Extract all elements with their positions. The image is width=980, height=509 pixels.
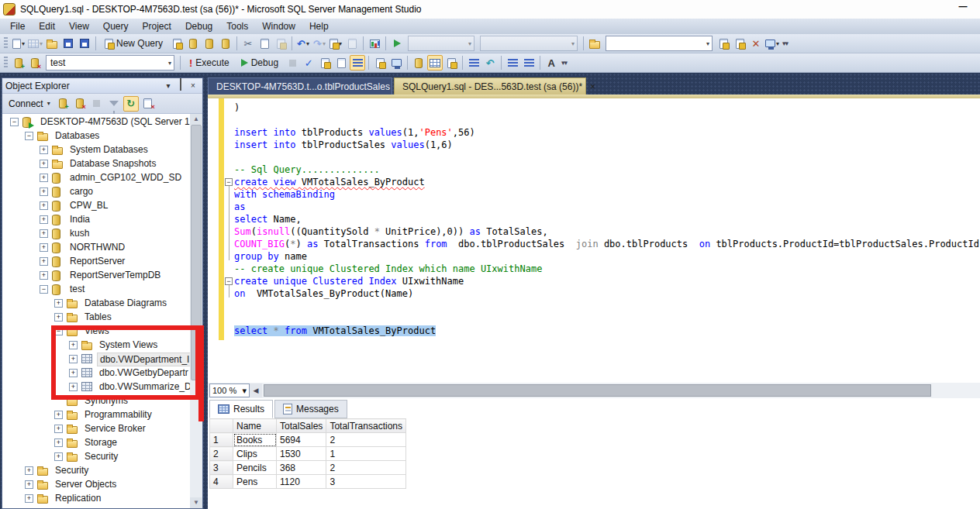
grid-cell[interactable]: 1120 (277, 475, 326, 489)
sql-editor[interactable]: )insert into tblProducts values(1,'Pens'… (208, 98, 980, 383)
code-line[interactable] (208, 312, 980, 325)
code-line[interactable]: insert into tblProducts values(1,'Pens',… (208, 126, 980, 139)
expand-icon[interactable]: + (40, 271, 48, 280)
edit-in-editor-icon[interactable] (333, 55, 349, 71)
expand-icon[interactable]: + (54, 425, 63, 433)
quick-find-icon[interactable] (716, 36, 731, 51)
specify-values-icon[interactable]: A (543, 55, 559, 71)
find-combo[interactable]: ▾ (606, 36, 713, 51)
tree-item-test[interactable]: −test (2, 283, 192, 297)
menu-query[interactable]: Query (96, 19, 136, 33)
save-icon[interactable] (60, 36, 76, 51)
tree-item-system-views[interactable]: +System Views (2, 339, 192, 353)
tree-item-database-snapshots[interactable]: +Database Snapshots (2, 157, 192, 171)
tree-item-system-databases[interactable]: +System Databases (2, 143, 192, 157)
change-connection-icon[interactable]: + (11, 55, 26, 71)
refresh-icon[interactable]: ↻ (123, 96, 139, 112)
toolbar-combo-2[interactable]: ▾ (480, 36, 578, 51)
scroll-down-arrow[interactable]: ▼ (190, 497, 202, 508)
tree-item-label[interactable]: ReportServerTempDB (67, 269, 163, 281)
code-line[interactable]: -- Sql Query.............. (208, 163, 980, 176)
expand-icon[interactable]: + (54, 313, 63, 322)
tree-item-label[interactable]: CPW_BL (67, 199, 110, 212)
code-line[interactable]: with schemaBinding (208, 188, 980, 201)
expand-icon[interactable]: + (25, 494, 33, 503)
expand-icon[interactable]: + (40, 243, 48, 252)
tab-table-designer[interactable]: DESKTOP-4M7563D.t...o.tblProductSales (208, 77, 392, 95)
tree-item-label[interactable]: System Databases (67, 143, 150, 156)
tree-item-reportservertempdb[interactable]: +ReportServerTempDB (2, 269, 192, 283)
cut-icon[interactable]: ✂ (240, 36, 256, 51)
tree-item-label[interactable]: Database Snapshots (67, 157, 158, 170)
expand-icon[interactable]: + (25, 480, 33, 489)
expand-icon[interactable]: + (25, 466, 33, 475)
comment-selection-icon[interactable] (466, 55, 481, 71)
database-engine-query-icon[interactable] (169, 36, 185, 51)
decrease-indent-icon[interactable] (505, 55, 520, 71)
tree-item-dbo-vwdepartment-i[interactable]: +dbo.VWDepartment_I (2, 353, 192, 366)
tree-item-label[interactable]: AlwaysOn High Availability (53, 506, 167, 508)
collapse-icon[interactable]: − (54, 327, 63, 335)
query-options-icon[interactable] (317, 55, 333, 71)
grid-cell[interactable]: 2 (326, 433, 406, 447)
tree-item-security[interactable]: +Security (2, 450, 192, 464)
tree-item-label[interactable]: Tables (82, 311, 114, 323)
connect-database-icon[interactable]: + (55, 96, 71, 112)
open-file-icon[interactable] (44, 36, 60, 51)
results-to-text-icon[interactable] (411, 55, 426, 71)
tree-item-desktop-4m7563d-sql-server-12-0[interactable]: −DESKTOP-4M7563D (SQL Server 12.0 (2, 115, 192, 129)
tree-item-kush[interactable]: +kush (2, 227, 192, 241)
grid-cell[interactable]: 5694 (277, 433, 326, 447)
grid-cell[interactable]: 3 (326, 475, 406, 489)
expand-icon[interactable]: + (54, 411, 63, 419)
tree-item-label[interactable]: India (67, 213, 92, 225)
parse-icon[interactable]: ✓ (301, 55, 316, 71)
code-line[interactable]: COUNT_BIG(*) as TotalTransactions from d… (208, 238, 980, 250)
tree-item-label[interactable]: test (67, 283, 87, 295)
tree-item-service-broker[interactable]: +Service Broker (2, 422, 192, 436)
code-line[interactable]: insert into tblProductSales values(1,6) (208, 139, 980, 151)
collapse-icon[interactable]: − (25, 132, 33, 140)
expand-icon[interactable]: + (40, 201, 48, 210)
include-actual-plan-icon[interactable] (388, 55, 404, 71)
grid-cell[interactable]: Books (233, 433, 277, 447)
tree-item-label[interactable]: Storage (82, 436, 119, 449)
tab-sqlquery1[interactable]: SQLQuery1.sql - DES...563D.test (sa (56)… (394, 77, 586, 95)
toolbar-overflow-icon[interactable]: ▾▾ (561, 59, 567, 67)
start-icon[interactable] (389, 36, 405, 51)
web-browser-icon[interactable]: ▾ (764, 36, 780, 51)
tree-item-label[interactable]: admin_CGP102_WDD_SD (67, 171, 184, 184)
code-line[interactable]: group by name (208, 250, 980, 263)
save-all-icon[interactable] (77, 36, 92, 51)
tree-scrollbar[interactable]: ▲ ▼ (190, 114, 202, 508)
row-number[interactable]: 1 (210, 433, 233, 447)
grid-cell[interactable]: Pens (233, 475, 277, 489)
code-line[interactable]: −create view VMTotalSales_ByProduct (208, 176, 980, 188)
tree-item-storage[interactable]: +Storage (2, 436, 192, 450)
activity-monitor-icon[interactable] (367, 36, 382, 51)
toolbar-overflow-icon[interactable]: ▾▾ (782, 40, 788, 47)
hscroll-thumb[interactable] (264, 384, 931, 397)
grid-cell[interactable]: 2 (326, 461, 406, 475)
tree-item-label[interactable]: dbo.VWGetbyDepartr (97, 366, 191, 379)
menu-project[interactable]: Project (136, 19, 178, 33)
disconnect-icon[interactable]: × (27, 55, 43, 71)
column-header-totaltransactions[interactable]: TotalTransactions (326, 419, 406, 433)
tree-item-views[interactable]: −Views (2, 325, 192, 339)
tree-item-northwnd[interactable]: +NORTHWND (2, 241, 192, 255)
code-line[interactable]: as (208, 201, 980, 213)
code-line[interactable]: select Name, (208, 213, 980, 225)
tree-item-label[interactable]: Service Broker (82, 422, 148, 435)
code-line[interactable] (208, 300, 980, 312)
tree-item-label[interactable]: Databases (53, 129, 102, 142)
filter-icon[interactable] (106, 96, 122, 112)
tree-item-cpw-bl[interactable]: +CPW_BL (2, 199, 192, 213)
tab-messages[interactable]: Messages (274, 400, 347, 418)
code-line[interactable]: select * from VMTotalSales_ByProduct (208, 325, 980, 337)
collapse-icon[interactable]: − (40, 285, 48, 294)
tab-results[interactable]: Results (209, 400, 273, 418)
tree-item-label[interactable]: Views (82, 325, 112, 337)
tree-item-alwayson-high-availability[interactable]: +AlwaysOn High Availability (2, 506, 192, 508)
pin-icon[interactable] (174, 81, 187, 91)
tree-item-replication[interactable]: +Replication (2, 492, 192, 506)
